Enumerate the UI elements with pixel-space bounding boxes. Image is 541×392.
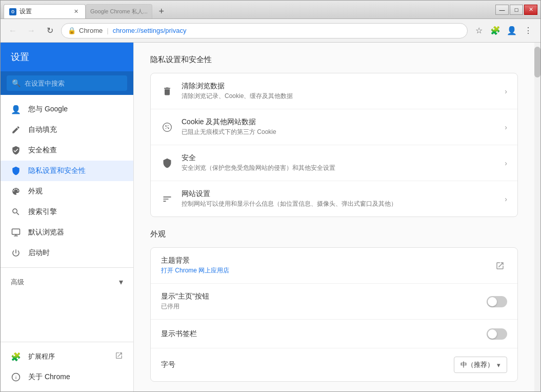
- appearance-settings-card: 主题背景 打开 Chrome 网上应用店 显示"主页"按钮 已停用: [150, 247, 518, 382]
- sidebar-divider-1: [1, 267, 133, 268]
- site-settings-title: 网站设置: [182, 189, 496, 199]
- sidebar-item-search-label: 搜索引擎: [28, 207, 57, 217]
- sidebar-item-search[interactable]: 搜索引擎: [1, 202, 133, 222]
- person-icon: 👤: [11, 104, 21, 114]
- bookmark-button[interactable]: ☆: [472, 24, 486, 38]
- scrollbar-track[interactable]: [534, 43, 540, 391]
- clear-browsing-row[interactable]: 清除浏览数据 清除浏览记录、Cookie、缓存及其他数据 ›: [151, 73, 517, 109]
- svg-point-7: [166, 128, 167, 129]
- search-input[interactable]: [25, 80, 122, 87]
- blurred-tab[interactable]: Google Chrome 私人...: [86, 4, 152, 18]
- cookie-icon: [161, 121, 173, 133]
- bookmarks-row[interactable]: 显示书签栏: [151, 320, 517, 348]
- blurred-tab-title: Google Chrome 私人...: [90, 8, 148, 15]
- extensions-icon: 🧩: [11, 352, 21, 362]
- privacy-shield-icon: [11, 166, 21, 176]
- privacy-section-title: 隐私设置和安全性: [150, 55, 518, 65]
- sidebar-item-autofill-label: 自动填充: [28, 125, 57, 134]
- sidebar-item-extensions[interactable]: 🧩 扩展程序: [1, 346, 133, 367]
- clear-browsing-subtitle: 清除浏览记录、Cookie、缓存及其他数据: [182, 92, 496, 101]
- active-tab[interactable]: ⚙ 设置 ✕: [4, 4, 86, 18]
- sidebar-item-autofill[interactable]: 自动填充: [1, 120, 133, 140]
- svg-point-4: [165, 125, 167, 127]
- external-link-icon-theme[interactable]: [493, 259, 507, 273]
- sidebar-nav: 👤 您与 Google 自动填充 安全检查: [1, 95, 133, 342]
- sidebar: 设置 🔍 👤 您与 Google 自动填充: [1, 43, 134, 391]
- reload-button[interactable]: ↻: [43, 24, 57, 38]
- advanced-section-label[interactable]: 高级 ▾: [1, 272, 133, 292]
- maximize-button[interactable]: □: [510, 5, 523, 15]
- clear-browsing-content: 清除浏览数据 清除浏览记录、Cookie、缓存及其他数据: [182, 82, 496, 101]
- sidebar-item-safety[interactable]: 安全检查: [1, 140, 133, 161]
- advanced-label: 高级: [11, 278, 24, 287]
- profile-button[interactable]: 👤: [505, 24, 519, 38]
- menu-button[interactable]: ⋮: [521, 24, 535, 38]
- tune-icon: [161, 193, 173, 205]
- address-secure-text: Chrome: [79, 27, 103, 34]
- search-engine-icon: [11, 207, 21, 217]
- svg-text:i: i: [15, 375, 16, 380]
- sidebar-item-privacy-label: 隐私设置和安全性: [28, 166, 86, 175]
- svg-point-8: [167, 127, 168, 128]
- bookmarks-content: 显示书签栏: [161, 329, 487, 339]
- address-url: chrome://settings/privacy: [113, 27, 187, 34]
- theme-subtitle: 打开 Chrome 网上应用店: [161, 266, 493, 275]
- sidebar-item-startup[interactable]: 启动时: [1, 243, 133, 263]
- search-bar: 🔍: [1, 71, 133, 95]
- security-row[interactable]: 安全 安全浏览（保护您免受危险网站的侵害）和其他安全设置 ›: [151, 145, 517, 181]
- home-button-title: 显示"主页"按钮: [161, 292, 487, 301]
- site-settings-row[interactable]: 网站设置 控制网站可以使用和显示什么信息（如位置信息、摄像头、弹出式窗口及其他）…: [151, 181, 517, 217]
- sidebar-item-browser-label: 默认浏览器: [28, 228, 64, 237]
- site-settings-arrow: ›: [505, 195, 507, 203]
- search-wrapper[interactable]: 🔍: [7, 75, 127, 91]
- site-settings-content: 网站设置 控制网站可以使用和显示什么信息（如位置信息、摄像头、弹出式窗口及其他）: [182, 189, 496, 208]
- sidebar-item-google-label: 您与 Google: [28, 105, 68, 114]
- content-area: 隐私设置和安全性 清除浏览数据 清除浏览记录、Cookie、缓存及其他数据 ›: [134, 43, 534, 391]
- home-button-toggle-knob: [488, 297, 497, 306]
- bookmarks-toggle[interactable]: [487, 328, 507, 340]
- close-button[interactable]: ✕: [524, 5, 537, 15]
- scrollbar-thumb[interactable]: [534, 47, 540, 77]
- font-size-dropdown[interactable]: 中（推荐） ▾: [454, 357, 507, 373]
- svg-rect-0: [12, 229, 20, 234]
- new-tab-button[interactable]: +: [154, 4, 169, 18]
- address-bar[interactable]: 🔒 Chrome | chrome://settings/privacy: [61, 23, 468, 38]
- svg-point-6: [168, 127, 169, 129]
- forward-button[interactable]: →: [24, 24, 38, 38]
- sidebar-item-startup-label: 启动时: [28, 248, 50, 258]
- address-separator: |: [107, 27, 108, 34]
- back-button[interactable]: ←: [6, 24, 20, 38]
- bookmarks-title: 显示书签栏: [161, 329, 487, 339]
- extensions-button[interactable]: 🧩: [488, 24, 503, 38]
- sidebar-item-google[interactable]: 👤 您与 Google: [1, 99, 133, 120]
- title-bar: ⚙ 设置 ✕ Google Chrome 私人... + — □ ✕: [1, 1, 540, 19]
- external-link-icon: [115, 351, 123, 362]
- theme-row[interactable]: 主题背景 打开 Chrome 网上应用店: [151, 248, 517, 284]
- privacy-settings-card: 清除浏览数据 清除浏览记录、Cookie、缓存及其他数据 › Cookie 及其…: [150, 73, 518, 217]
- navigation-bar: ← → ↻ 🔒 Chrome | chrome://settings/priva…: [1, 19, 540, 43]
- sidebar-header: 设置: [1, 43, 133, 71]
- home-button-row[interactable]: 显示"主页"按钮 已停用: [151, 284, 517, 320]
- security-title: 安全: [182, 153, 496, 163]
- tab-title: 设置: [19, 7, 69, 16]
- tab-close-button[interactable]: ✕: [72, 8, 80, 16]
- sidebar-item-privacy[interactable]: 隐私设置和安全性: [1, 161, 133, 181]
- tab-favicon: ⚙: [9, 8, 16, 15]
- chrome-info-icon: i: [11, 372, 21, 382]
- home-button-toggle[interactable]: [487, 296, 507, 307]
- browser-icon: [11, 227, 21, 238]
- site-settings-subtitle: 控制网站可以使用和显示什么信息（如位置信息、摄像头、弹出式窗口及其他）: [182, 200, 496, 208]
- clear-browsing-title: 清除浏览数据: [182, 82, 496, 91]
- cookies-row[interactable]: Cookie 及其他网站数据 已阻止无痕模式下的第三方 Cookie ›: [151, 109, 517, 145]
- sidebar-item-about[interactable]: i 关于 Chrome: [1, 367, 133, 387]
- sidebar-item-browser[interactable]: 默认浏览器: [1, 222, 133, 243]
- nav-icons: ☆ 🧩 👤 ⋮: [472, 24, 535, 38]
- home-button-subtitle: 已停用: [161, 302, 487, 311]
- minimize-button[interactable]: —: [495, 5, 509, 15]
- cookies-content: Cookie 及其他网站数据 已阻止无痕模式下的第三方 Cookie: [182, 117, 496, 136]
- delete-icon: [161, 85, 173, 97]
- sidebar-bottom: 🧩 扩展程序 i 关于 Chrome: [1, 342, 133, 391]
- font-size-row[interactable]: 字号 中（推荐） ▾: [151, 348, 517, 381]
- main-content: 设置 🔍 👤 您与 Google 自动填充: [1, 43, 540, 391]
- sidebar-item-appearance[interactable]: 外观: [1, 181, 133, 202]
